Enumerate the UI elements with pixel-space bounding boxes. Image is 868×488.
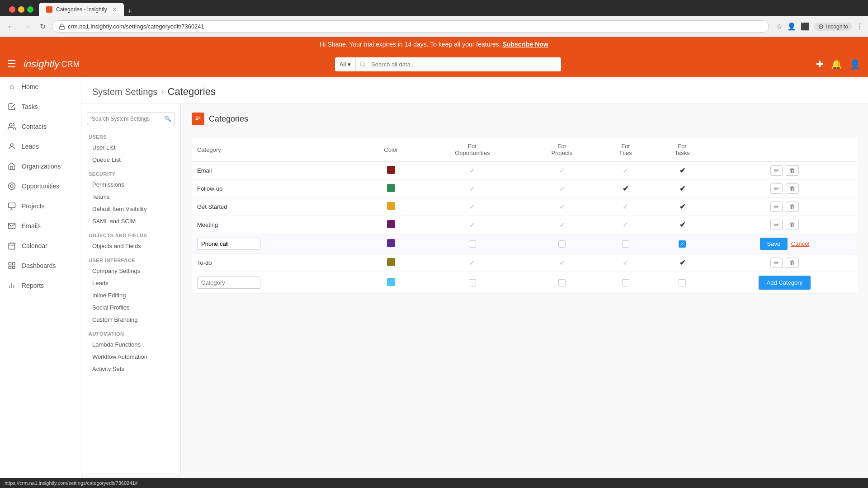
- checkbox-files-phonecall[interactable]: [622, 240, 629, 248]
- user-avatar[interactable]: 👤: [849, 59, 861, 70]
- extensions-icon[interactable]: ⬛: [801, 22, 810, 31]
- browser-tab[interactable]: Categories - Insightly ✕: [39, 3, 124, 16]
- edit-btn-followup[interactable]: ✏: [770, 183, 783, 194]
- settings-item-teams[interactable]: Teams: [81, 191, 180, 203]
- category-name-input[interactable]: [197, 238, 260, 250]
- color-swatch: [387, 258, 395, 266]
- checkbox-opp-phonecall[interactable]: [469, 240, 476, 248]
- row-actions-followup: ✏ 🗑: [712, 180, 857, 198]
- svg-rect-17: [13, 263, 15, 265]
- sidebar-item-opportunities[interactable]: Opportunities: [0, 176, 81, 196]
- url-text: crm.na1.insightly.com/settings/categorye…: [68, 23, 204, 30]
- delete-btn-todo[interactable]: 🗑: [786, 258, 799, 268]
- delete-btn-followup[interactable]: 🗑: [786, 183, 799, 194]
- settings-item-user-list[interactable]: User List: [81, 141, 180, 154]
- window-max-btn[interactable]: [27, 6, 33, 13]
- cancel-btn-phonecall[interactable]: Cancel: [791, 240, 809, 247]
- svg-point-8: [10, 185, 13, 188]
- col-header-color: Color: [362, 138, 420, 161]
- bookmark-icon[interactable]: ☆: [776, 22, 783, 31]
- row-color-followup: [362, 180, 420, 198]
- reports-icon: [7, 281, 16, 290]
- subscribe-link[interactable]: Subscribe Now: [503, 41, 548, 48]
- edit-btn-meeting[interactable]: ✏: [770, 220, 783, 230]
- profile-icon[interactable]: 👤: [787, 22, 796, 31]
- sidebar-item-emails[interactable]: Emails: [0, 216, 81, 236]
- tab-close-btn[interactable]: ✕: [113, 7, 117, 13]
- settings-item-default-visibility[interactable]: Default Item Visibility: [81, 203, 180, 215]
- sidebar-label-leads: Leads: [22, 143, 39, 150]
- browser-icons: ☆ 👤 ⬛ Incognito ⋮: [776, 22, 863, 31]
- notifications-btn[interactable]: 🔔: [831, 59, 842, 70]
- add-btn[interactable]: ✚: [816, 59, 824, 70]
- reload-btn[interactable]: ↻: [37, 21, 48, 32]
- window-min-btn[interactable]: [18, 6, 24, 13]
- settings-item-leads-ui[interactable]: Leads: [81, 277, 180, 289]
- color-swatch: [387, 239, 395, 247]
- add-category-btn[interactable]: Add Category: [759, 276, 811, 290]
- window-close-btn[interactable]: [9, 6, 15, 13]
- settings-item-company-settings[interactable]: Company Settings: [81, 265, 180, 277]
- settings-search-input[interactable]: [87, 113, 175, 125]
- settings-item-queue-list[interactable]: Queue List: [81, 154, 180, 166]
- search-input[interactable]: [366, 57, 561, 71]
- row-category-meeting: Meeting: [192, 216, 362, 234]
- settings-item-permissions[interactable]: Permissions: [81, 178, 180, 191]
- row-color-email: [362, 161, 420, 180]
- sidebar-item-reports[interactable]: Reports: [0, 276, 81, 296]
- sidebar-label-home: Home: [22, 83, 38, 90]
- sidebar-item-home[interactable]: ⌂ Home: [0, 77, 81, 97]
- checkbox-opp-new[interactable]: [469, 279, 476, 286]
- delete-btn-meeting[interactable]: 🗑: [786, 220, 799, 230]
- sidebar-label-calendar: Calendar: [22, 242, 47, 249]
- settings-item-objects-fields[interactable]: Objects and Fields: [81, 240, 180, 252]
- search-all-dropdown[interactable]: All ▾: [335, 57, 356, 71]
- delete-btn-getstarted[interactable]: 🗑: [786, 202, 799, 212]
- settings-item-custom-branding[interactable]: Custom Branding: [81, 314, 180, 326]
- menu-icon[interactable]: ⋮: [856, 22, 863, 31]
- edit-btn-todo[interactable]: ✏: [770, 258, 783, 268]
- sidebar-item-dashboards[interactable]: Dashboards: [0, 256, 81, 276]
- edit-btn-email[interactable]: ✏: [770, 165, 783, 176]
- organizations-icon: [7, 162, 16, 171]
- row-opp-phonecall: [420, 234, 525, 254]
- sidebar-item-calendar[interactable]: Calendar: [0, 236, 81, 256]
- new-tab-btn[interactable]: +: [124, 7, 136, 16]
- settings-item-lambda[interactable]: Lambda Functions: [81, 338, 180, 351]
- settings-section-automation: AUTOMATION Lambda Functions Workflow Aut…: [81, 329, 180, 375]
- settings-search-icon: 🔍: [165, 116, 171, 122]
- tasks-icon: [7, 102, 16, 111]
- sidebar-item-projects[interactable]: Projects: [0, 196, 81, 216]
- sidebar-item-tasks[interactable]: Tasks: [0, 97, 81, 117]
- sidebar-item-leads[interactable]: Leads: [0, 136, 81, 156]
- panel-title: Categories: [209, 114, 248, 124]
- address-bar[interactable]: crm.na1.insightly.com/settings/categorye…: [52, 20, 769, 33]
- col-header-tasks: ForTasks: [652, 138, 712, 161]
- checkbox-files-new[interactable]: [622, 279, 629, 286]
- settings-item-workflow[interactable]: Workflow Automation: [81, 351, 180, 363]
- sidebar-item-contacts[interactable]: Contacts: [0, 117, 81, 136]
- checkbox-tasks-new[interactable]: [679, 279, 686, 286]
- checkbox-proj-new[interactable]: [558, 279, 566, 286]
- forward-btn[interactable]: →: [21, 22, 33, 32]
- back-btn[interactable]: ←: [5, 22, 17, 32]
- section-title-objects: OBJECTS AND FIELDS: [81, 231, 180, 240]
- sidebar-item-organizations[interactable]: Organizations: [0, 156, 81, 176]
- checkbox-proj-phonecall[interactable]: [558, 240, 566, 248]
- row-category-getstarted: Get Started: [192, 198, 362, 216]
- hamburger-menu[interactable]: ☰: [7, 58, 16, 70]
- settings-item-inline-editing[interactable]: Inline Editing: [81, 289, 180, 301]
- header-actions: ✚ 🔔 👤: [816, 59, 861, 70]
- delete-btn-email[interactable]: 🗑: [786, 165, 799, 176]
- row-files-getstarted: ✓: [599, 198, 652, 216]
- settings-item-activity-sets[interactable]: Activity Sets: [81, 363, 180, 375]
- checkbox-tasks-phonecall[interactable]: ✓: [679, 240, 686, 248]
- settings-item-social-profiles[interactable]: Social Profiles: [81, 301, 180, 314]
- save-btn-phonecall[interactable]: Save: [760, 238, 788, 250]
- breadcrumb-parent[interactable]: System Settings: [92, 87, 158, 97]
- settings-item-saml[interactable]: SAML and SCIM: [81, 215, 180, 227]
- new-category-input[interactable]: [197, 277, 260, 289]
- edit-btn-getstarted[interactable]: ✏: [770, 202, 783, 212]
- incognito-icon: [818, 23, 824, 30]
- row-color-phonecall: [362, 234, 420, 254]
